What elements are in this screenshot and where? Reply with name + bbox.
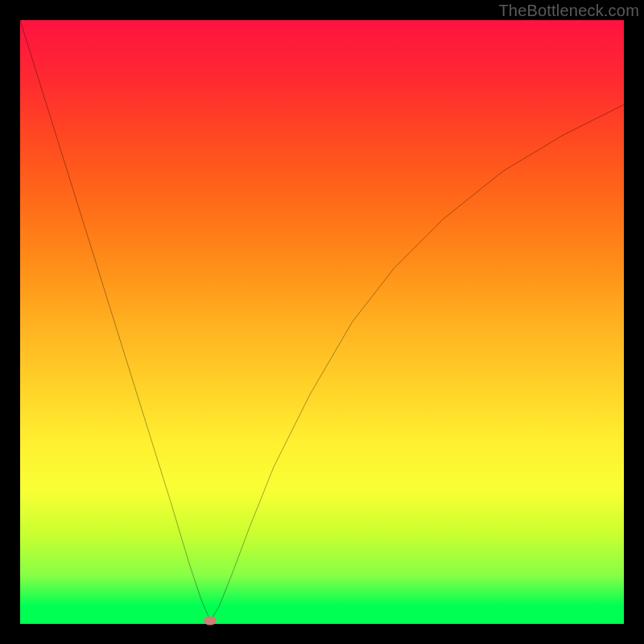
- plot-area: [20, 20, 624, 624]
- watermark-text: TheBottleneck.com: [498, 2, 639, 20]
- bottleneck-curve: [20, 20, 624, 624]
- min-marker: [204, 617, 217, 625]
- chart-frame: TheBottleneck.com: [0, 0, 644, 644]
- curve-path: [20, 20, 624, 621]
